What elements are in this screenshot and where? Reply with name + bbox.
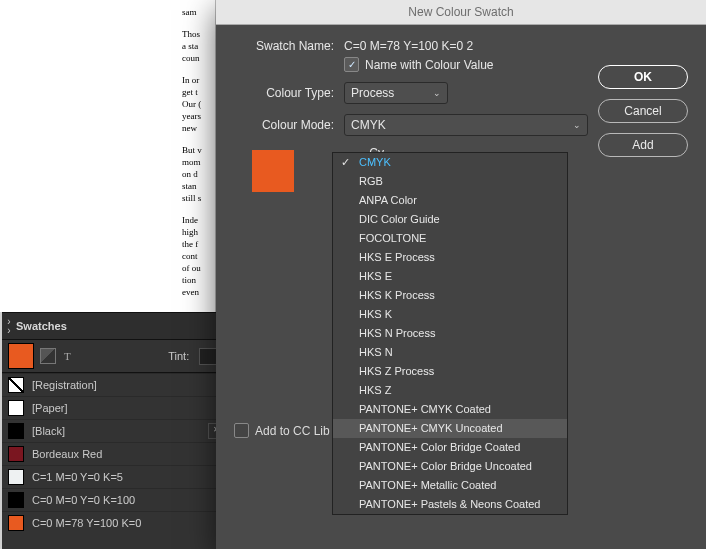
name-with-value-label: Name with Colour Value [365, 58, 494, 72]
dialog-titlebar[interactable]: New Colour Swatch [216, 0, 706, 25]
swatch-chip [8, 515, 24, 531]
add-to-cc-checkbox[interactable] [234, 423, 249, 438]
swatch-name-value: C=0 M=78 Y=100 K=0 2 [344, 39, 473, 53]
dropdown-item[interactable]: DIC Color Guide [333, 210, 567, 229]
dropdown-item[interactable]: HKS Z Process [333, 362, 567, 381]
swatch-chip [8, 469, 24, 485]
add-button[interactable]: Add [598, 133, 688, 157]
add-to-cc-label: Add to CC Lib [255, 424, 330, 438]
dropdown-item[interactable]: PANTONE+ Color Bridge Uncoated [333, 457, 567, 476]
dropdown-item[interactable]: RGB [333, 172, 567, 191]
colour-preview [252, 150, 294, 192]
swatch-chip [8, 400, 24, 416]
panel-collapse-icon[interactable]: ›› [2, 317, 16, 335]
dropdown-item[interactable]: HKS E [333, 267, 567, 286]
dropdown-item[interactable]: PANTONE+ CMYK Uncoated [333, 419, 567, 438]
dropdown-item[interactable]: FOCOLTONE [333, 229, 567, 248]
dropdown-item[interactable]: HKS K [333, 305, 567, 324]
cancel-button[interactable]: Cancel [598, 99, 688, 123]
swatches-panel-title: Swatches [16, 320, 67, 332]
doc-text: Inde high the f cont of ou tion even [0, 214, 211, 298]
doc-text: sam [0, 6, 211, 18]
stroke-swatch-preview[interactable] [40, 348, 56, 364]
colour-mode-label: Colour Mode: [234, 118, 334, 132]
dropdown-item[interactable]: CMYK [333, 153, 567, 172]
dropdown-item[interactable]: PANTONE+ Metallic Coated [333, 476, 567, 495]
doc-text: Thos a sta coun [0, 28, 211, 64]
dropdown-item[interactable]: PANTONE+ Color Bridge Coated [333, 438, 567, 457]
name-with-value-checkbox[interactable]: ✓ [344, 57, 359, 72]
doc-text: In or get t Our ( years new [0, 74, 211, 134]
dropdown-item[interactable]: HKS E Process [333, 248, 567, 267]
text-swatch-icon[interactable]: T [64, 350, 71, 362]
dropdown-item[interactable]: PANTONE+ CMYK Coated [333, 400, 567, 419]
document-page: sam Thos a sta coun In or get t Our ( ye… [0, 0, 216, 312]
chevron-down-icon: ⌄ [433, 88, 441, 98]
swatch-chip [8, 423, 24, 439]
swatch-chip [8, 446, 24, 462]
dropdown-item[interactable]: HKS K Process [333, 286, 567, 305]
colour-mode-select[interactable]: CMYK⌄ [344, 114, 588, 136]
colour-type-select[interactable]: Process⌄ [344, 82, 448, 104]
doc-text: But v mom on d stan still s [0, 144, 211, 204]
swatch-chip [8, 492, 24, 508]
swatch-chip [8, 377, 24, 393]
tint-label: Tint: [168, 350, 189, 362]
dropdown-item[interactable]: ANPA Color [333, 191, 567, 210]
ok-button[interactable]: OK [598, 65, 688, 89]
swatch-name-label: Swatch Name: [234, 39, 334, 53]
chevron-down-icon: ⌄ [573, 120, 581, 130]
fill-swatch-preview[interactable] [8, 343, 34, 369]
colour-mode-dropdown[interactable]: CMYKRGBANPA ColorDIC Color GuideFOCOLTON… [332, 152, 568, 515]
dropdown-item[interactable]: PANTONE+ Pastels & Neons Coated [333, 495, 567, 514]
dropdown-item[interactable]: HKS Z [333, 381, 567, 400]
dropdown-item[interactable]: HKS N [333, 343, 567, 362]
colour-type-label: Colour Type: [234, 86, 334, 100]
dropdown-item[interactable]: HKS N Process [333, 324, 567, 343]
